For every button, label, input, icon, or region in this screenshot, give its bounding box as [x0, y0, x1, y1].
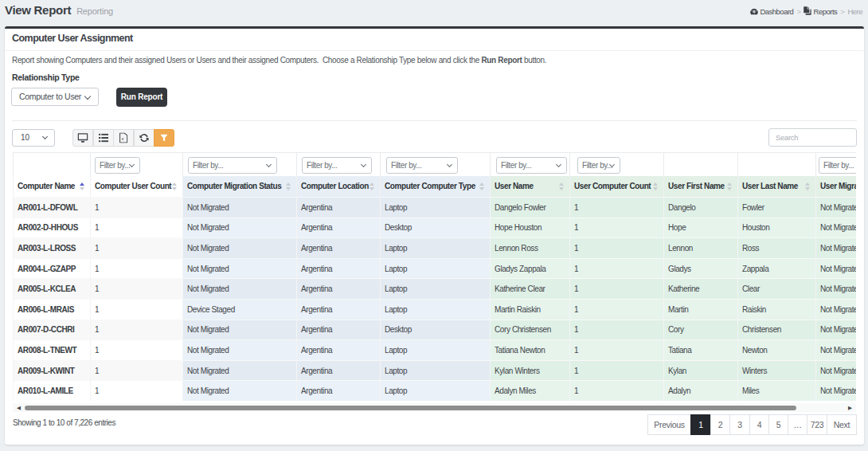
- svg-text:x: x: [122, 136, 124, 141]
